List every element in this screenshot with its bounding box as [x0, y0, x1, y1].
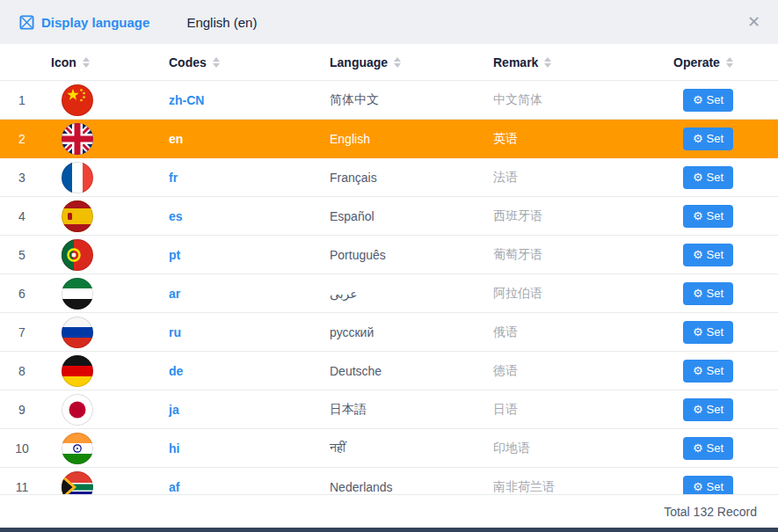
- language-remark: 南非荷兰语: [476, 479, 656, 495]
- france-flag-icon: [62, 162, 93, 193]
- set-button-label: Set: [707, 480, 724, 493]
- gear-icon: ⚙: [693, 481, 703, 492]
- table-row[interactable]: 10 hi नहीं 印地语 ⚙Set: [0, 429, 778, 468]
- row-index: 10: [0, 441, 44, 455]
- set-button[interactable]: ⚙Set: [683, 89, 733, 112]
- set-button-label: Set: [707, 209, 724, 222]
- gear-icon: ⚙: [693, 404, 703, 415]
- germany-flag-icon: [62, 355, 93, 387]
- set-button-label: Set: [707, 441, 724, 455]
- gear-icon: ⚙: [693, 249, 703, 260]
- table-row[interactable]: 6 ar عربى 阿拉伯语 ⚙Set: [0, 274, 778, 313]
- row-index: 1: [0, 93, 44, 107]
- language-code[interactable]: ja: [151, 403, 312, 417]
- table-row[interactable]: 4 es Español 西班牙语 ⚙Set: [0, 197, 778, 236]
- set-button[interactable]: ⚙Set: [683, 360, 733, 383]
- set-button[interactable]: ⚙Set: [683, 128, 733, 150]
- language-name: Deutsche: [312, 364, 476, 378]
- set-button[interactable]: ⚙Set: [683, 398, 733, 421]
- language-name: русский: [312, 325, 476, 339]
- header-language[interactable]: Language: [312, 55, 476, 69]
- close-icon[interactable]: ✕: [747, 14, 760, 30]
- table-footer: Total 132 Record: [0, 494, 778, 528]
- table-row[interactable]: 8 de Deutsche 德语 ⚙Set: [0, 352, 778, 390]
- language-code[interactable]: en: [151, 132, 312, 146]
- china-flag-icon: [62, 84, 93, 116]
- display-language-dialog: Display language English (en) ✕ Icon Cod…: [0, 0, 778, 528]
- language-remark: 西班牙语: [476, 208, 656, 224]
- row-index: 3: [0, 171, 44, 185]
- row-index: 6: [0, 287, 44, 301]
- gear-icon: ⚙: [693, 288, 703, 299]
- table-row[interactable]: 1 zh-CN 简体中文 中文简体 ⚙Set: [0, 81, 778, 120]
- language-code[interactable]: af: [151, 480, 312, 494]
- header-icon[interactable]: Icon: [44, 55, 151, 69]
- language-name: Français: [312, 171, 476, 185]
- header-operate[interactable]: Operate: [656, 55, 778, 69]
- table-body: 1 zh-CN 简体中文 中文简体 ⚙Set 2 en English 英语 ⚙…: [0, 81, 778, 494]
- table-row-selected[interactable]: 2 en English 英语 ⚙Set: [0, 120, 778, 158]
- south-africa-flag-icon: [62, 471, 93, 495]
- translate-frame-icon: [19, 15, 34, 30]
- language-remark: 中文简体: [476, 92, 656, 108]
- language-remark: 英语: [476, 131, 656, 147]
- row-index: 2: [0, 132, 44, 146]
- set-button-label: Set: [707, 364, 724, 377]
- language-name: English: [312, 132, 476, 146]
- sort-carets-icon[interactable]: [394, 57, 401, 68]
- set-button[interactable]: ⚙Set: [683, 476, 733, 495]
- language-remark: 俄语: [476, 324, 656, 340]
- table-row[interactable]: 11 af Nederlands 南非荷兰语 ⚙Set: [0, 468, 778, 494]
- set-button[interactable]: ⚙Set: [683, 166, 733, 189]
- set-button[interactable]: ⚙Set: [683, 205, 733, 228]
- language-remark: 葡萄牙语: [476, 247, 656, 263]
- russia-flag-icon: [62, 317, 93, 348]
- language-code[interactable]: pt: [151, 248, 312, 262]
- language-code[interactable]: ru: [151, 325, 312, 339]
- table-row[interactable]: 9 ja 日本語 日语 ⚙Set: [0, 390, 778, 429]
- set-button[interactable]: ⚙Set: [683, 244, 733, 266]
- header-remark[interactable]: Remark: [476, 55, 656, 69]
- arabic-flag-icon: [62, 278, 93, 310]
- row-index: 7: [0, 325, 44, 339]
- set-button-label: Set: [707, 93, 724, 106]
- japan-flag-icon: [62, 394, 93, 426]
- gear-icon: ⚙: [693, 171, 703, 183]
- language-code[interactable]: fr: [151, 171, 312, 185]
- set-button[interactable]: ⚙Set: [683, 437, 733, 460]
- language-code[interactable]: es: [151, 209, 312, 223]
- language-code[interactable]: zh-CN: [151, 93, 312, 107]
- gear-icon: ⚙: [693, 365, 703, 376]
- total-records-label: Total 132 Record: [664, 505, 757, 519]
- language-name: Español: [312, 209, 476, 223]
- table-row[interactable]: 5 pt Português 葡萄牙语 ⚙Set: [0, 236, 778, 274]
- row-index: 4: [0, 209, 44, 223]
- set-button[interactable]: ⚙Set: [683, 321, 733, 344]
- set-button-label: Set: [707, 287, 724, 300]
- language-name: Nederlands: [312, 480, 476, 494]
- table-row[interactable]: 7 ru русский 俄语 ⚙Set: [0, 313, 778, 352]
- sort-carets-icon[interactable]: [213, 57, 220, 68]
- sort-carets-icon[interactable]: [726, 57, 733, 68]
- sort-carets-icon[interactable]: [544, 57, 551, 68]
- sort-carets-icon[interactable]: [83, 57, 90, 68]
- header-codes-label: Codes: [169, 55, 207, 69]
- language-name: Português: [312, 248, 476, 262]
- language-name: 简体中文: [312, 92, 476, 108]
- language-remark: 印地语: [476, 441, 656, 456]
- language-code[interactable]: hi: [151, 441, 312, 455]
- language-code[interactable]: ar: [151, 287, 312, 301]
- set-button[interactable]: ⚙Set: [683, 282, 733, 305]
- table-header-row: Icon Codes Language Remark Operate: [0, 44, 778, 81]
- set-button-label: Set: [707, 403, 724, 416]
- dialog-title: Display language: [41, 15, 149, 30]
- language-code[interactable]: de: [151, 364, 312, 378]
- set-button-label: Set: [707, 325, 724, 339]
- gear-icon: ⚙: [693, 442, 703, 454]
- dialog-title-bar: Display language English (en) ✕: [0, 0, 778, 44]
- header-language-label: Language: [330, 55, 388, 69]
- header-codes[interactable]: Codes: [151, 55, 312, 69]
- table-row[interactable]: 3 fr Français 法语 ⚙Set: [0, 158, 778, 197]
- language-name: عربى: [312, 287, 476, 301]
- row-index: 11: [0, 480, 44, 494]
